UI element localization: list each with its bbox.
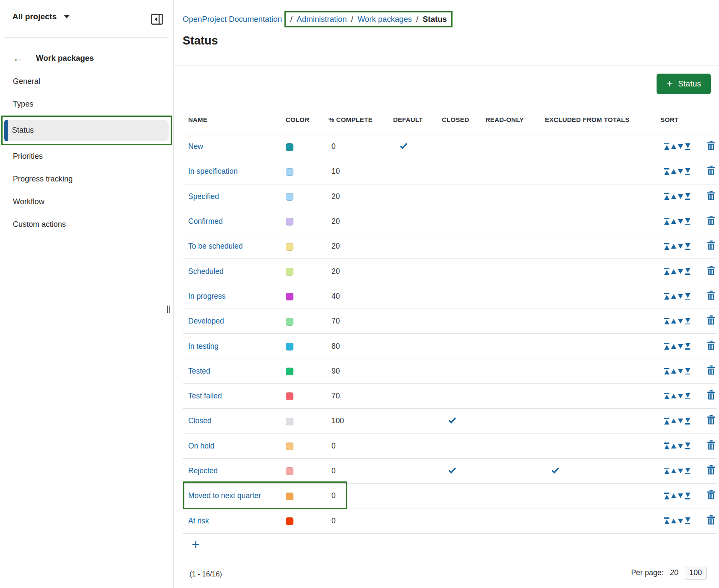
- delete-status-button[interactable]: [707, 141, 715, 150]
- status-name-link[interactable]: In progress: [188, 292, 226, 300]
- sort-down-button[interactable]: [678, 419, 683, 423]
- sort-to-bottom-button[interactable]: [685, 193, 690, 200]
- delete-status-button[interactable]: [707, 465, 715, 475]
- delete-status-button[interactable]: [707, 341, 715, 350]
- delete-status-button[interactable]: [707, 390, 715, 400]
- sort-down-button[interactable]: [678, 493, 683, 498]
- sort-down-button[interactable]: [678, 144, 683, 149]
- sort-to-top-button[interactable]: [664, 143, 669, 150]
- status-name-link[interactable]: To be scheduled: [188, 242, 243, 250]
- sort-up-button[interactable]: [671, 394, 676, 398]
- sidebar-item-status[interactable]: Status: [4, 120, 169, 141]
- sort-to-top-button[interactable]: [664, 243, 669, 250]
- sort-to-bottom-button[interactable]: [685, 493, 690, 499]
- sort-down-button[interactable]: [678, 244, 683, 249]
- delete-status-button[interactable]: [707, 291, 715, 300]
- sort-to-bottom-button[interactable]: [685, 517, 690, 524]
- sort-to-top-button[interactable]: [664, 418, 669, 425]
- sort-up-button[interactable]: [671, 369, 676, 374]
- sidebar-item-workflow[interactable]: Workflow: [0, 190, 173, 213]
- status-name-link[interactable]: Confirmed: [188, 217, 223, 226]
- sort-up-button[interactable]: [671, 419, 676, 423]
- sort-up-button[interactable]: [671, 519, 676, 523]
- sort-down-button[interactable]: [678, 294, 683, 299]
- sort-to-bottom-button[interactable]: [685, 343, 690, 350]
- sort-down-button[interactable]: [678, 194, 683, 199]
- status-name-link[interactable]: Rejected: [188, 466, 218, 475]
- sort-to-bottom-button[interactable]: [685, 168, 690, 175]
- sort-up-button[interactable]: [671, 319, 676, 324]
- sort-to-top-button[interactable]: [664, 343, 669, 350]
- sort-to-top-button[interactable]: [664, 393, 669, 400]
- status-name-link[interactable]: On hold: [188, 442, 214, 450]
- sort-up-button[interactable]: [671, 144, 676, 149]
- sort-up-button[interactable]: [671, 444, 676, 448]
- sort-to-top-button[interactable]: [664, 468, 669, 475]
- sort-to-top-button[interactable]: [664, 368, 669, 375]
- delete-status-button[interactable]: [707, 415, 715, 425]
- add-status-button[interactable]: + Status: [657, 74, 711, 94]
- sort-up-button[interactable]: [671, 269, 676, 274]
- sort-to-top-button[interactable]: [664, 293, 669, 300]
- sort-up-button[interactable]: [671, 493, 676, 498]
- sidebar-item-general[interactable]: General: [0, 70, 173, 93]
- status-name-link[interactable]: Test failed: [188, 392, 222, 400]
- sort-to-top-button[interactable]: [664, 168, 669, 175]
- sort-to-bottom-button[interactable]: [685, 243, 690, 250]
- sidebar-back-link[interactable]: ← Work packages: [13, 53, 94, 63]
- add-status-row-button[interactable]: +: [192, 538, 200, 551]
- sort-down-button[interactable]: [678, 369, 683, 374]
- status-name-link[interactable]: Developed: [188, 317, 224, 325]
- sort-up-button[interactable]: [671, 294, 676, 299]
- delete-status-button[interactable]: [707, 241, 715, 250]
- sort-to-bottom-button[interactable]: [685, 393, 690, 400]
- sort-down-button[interactable]: [678, 269, 683, 274]
- status-name-link[interactable]: Specified: [188, 192, 219, 201]
- breadcrumb-link-work-packages[interactable]: Work packages: [358, 15, 412, 24]
- sort-down-button[interactable]: [678, 444, 683, 448]
- status-name-link[interactable]: In testing: [188, 342, 219, 350]
- sort-to-bottom-button[interactable]: [685, 468, 690, 475]
- sort-up-button[interactable]: [671, 244, 676, 249]
- sort-up-button[interactable]: [671, 194, 676, 199]
- sort-to-bottom-button[interactable]: [685, 442, 690, 449]
- status-name-link[interactable]: Tested: [188, 367, 210, 375]
- status-name-link[interactable]: New: [188, 142, 203, 151]
- sort-down-button[interactable]: [678, 219, 683, 224]
- sort-to-top-button[interactable]: [664, 318, 669, 325]
- sort-to-bottom-button[interactable]: [685, 368, 690, 375]
- project-selector[interactable]: All projects: [12, 12, 70, 21]
- sort-to-top-button[interactable]: [664, 517, 669, 524]
- status-name-link[interactable]: Scheduled: [188, 267, 224, 276]
- sort-up-button[interactable]: [671, 344, 676, 349]
- delete-status-button[interactable]: [707, 266, 715, 275]
- sort-up-button[interactable]: [671, 219, 676, 224]
- sort-down-button[interactable]: [678, 519, 683, 523]
- delete-status-button[interactable]: [707, 440, 715, 450]
- status-name-link[interactable]: Moved to next quarter: [188, 491, 261, 500]
- status-name-link[interactable]: In specification: [188, 167, 238, 175]
- delete-status-button[interactable]: [707, 216, 715, 225]
- sort-up-button[interactable]: [671, 169, 676, 174]
- sort-down-button[interactable]: [678, 469, 683, 473]
- sort-to-top-button[interactable]: [664, 268, 669, 275]
- sort-to-top-button[interactable]: [664, 193, 669, 200]
- collapse-sidebar-button[interactable]: [151, 14, 163, 25]
- sort-to-bottom-button[interactable]: [685, 143, 690, 150]
- sort-down-button[interactable]: [678, 394, 683, 398]
- status-name-link[interactable]: Closed: [188, 416, 211, 425]
- sort-to-bottom-button[interactable]: [685, 218, 690, 225]
- delete-status-button[interactable]: [707, 515, 715, 525]
- delete-status-button[interactable]: [707, 365, 715, 375]
- sidebar-item-types[interactable]: Types: [0, 93, 173, 116]
- sort-to-bottom-button[interactable]: [685, 268, 690, 275]
- delete-status-button[interactable]: [707, 191, 715, 200]
- delete-status-button[interactable]: [707, 490, 715, 499]
- sort-to-top-button[interactable]: [664, 442, 669, 449]
- sort-to-bottom-button[interactable]: [685, 418, 690, 425]
- per-page-option-100[interactable]: 100: [685, 566, 707, 580]
- sort-to-bottom-button[interactable]: [685, 318, 690, 325]
- sort-down-button[interactable]: [678, 169, 683, 174]
- sidebar-item-custom-actions[interactable]: Custom actions: [0, 213, 173, 236]
- sort-to-bottom-button[interactable]: [685, 293, 690, 300]
